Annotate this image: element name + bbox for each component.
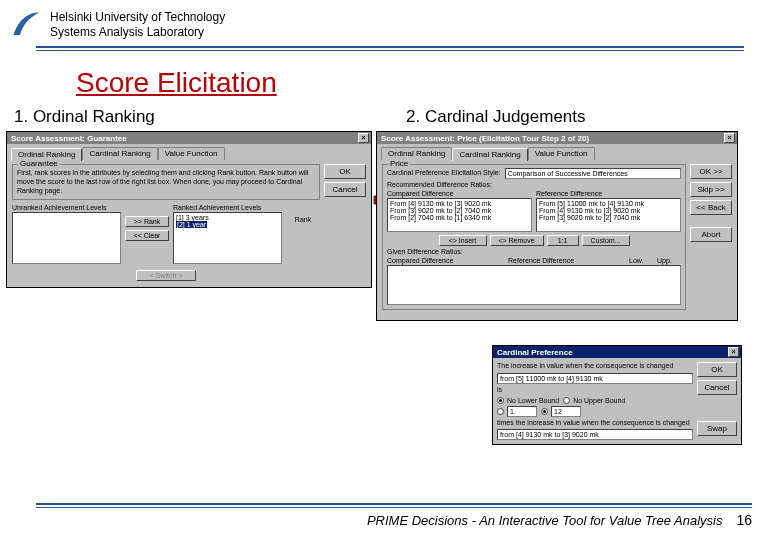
pref-swap-button[interactable]: Swap [697, 421, 737, 436]
dialog-cardinal: Score Assessment: Price (Elicitation Tou… [376, 131, 738, 321]
list-item: From [4] 9130 mk to [3] 9020 mk [390, 200, 529, 207]
list-item: From [4] 9130 mk to [3] 9020 mk [539, 207, 678, 214]
attr-name: Price [388, 159, 410, 168]
style-dropdown[interactable]: Comparison of Successive Differences [505, 168, 681, 179]
main-area: Score Assessment: Guarantee × Ordinal Ra… [0, 131, 780, 321]
given-list[interactable] [387, 265, 681, 305]
pref-q3: times the increase in value when the con… [497, 419, 693, 428]
pref-is: is [497, 386, 502, 393]
insert-button[interactable]: <> Insert [439, 235, 487, 246]
footer-rule [36, 503, 752, 508]
ok-next-button[interactable]: OK >> [690, 164, 732, 179]
institution-line1: Helsinki University of Technology [50, 10, 225, 25]
list-item: From [3] 9020 mk to [2] 7040 mk [539, 214, 678, 221]
footer-text: PRIME Decisions - An Interactive Tool fo… [36, 513, 736, 528]
rank-top-button[interactable]: >> Rank [125, 216, 169, 227]
col-compared: Compared Difference [387, 190, 532, 197]
subtitle-cardinal: 2. Cardinal Judgements [390, 107, 770, 127]
switch-button[interactable]: < Switch > [136, 270, 196, 281]
given-label: Given Difference Ratios: [387, 248, 681, 257]
skip-button[interactable]: Skip >> [690, 182, 732, 197]
tab-value-function[interactable]: Value Function [528, 147, 595, 160]
rank-hdr: Rank [286, 216, 320, 223]
price-group: Price Cardinal Preference Elicitation St… [382, 164, 686, 310]
page-title: Score Elicitation [76, 67, 780, 99]
dialog-preference: Cardinal Preference × The increase in va… [492, 345, 742, 445]
slide-header: Helsinki University of Technology System… [0, 0, 780, 40]
close-icon[interactable]: × [724, 133, 735, 143]
reference-list[interactable]: From [5] 11000 mk to [4] 9130 mk From [4… [536, 198, 681, 232]
slide-footer: PRIME Decisions - An Interactive Tool fo… [36, 503, 752, 528]
given-col2: Reference Difference [508, 257, 625, 264]
pref-f1: from [5] 11000 mk to [4] 9130 mk [497, 373, 693, 384]
pref-cancel-button[interactable]: Cancel [697, 380, 737, 395]
given-col1: Compared Difference [387, 257, 504, 264]
clear-button[interactable]: << Clear [125, 230, 169, 241]
given-col4: Upp. [657, 257, 681, 264]
col-right: Score Assessment: Price (Elicitation Tou… [376, 131, 774, 321]
list-item: From [5] 11000 mk to [4] 9130 mk [539, 200, 678, 207]
compared-list[interactable]: From [4] 9130 mk to [3] 9020 mk From [3]… [387, 198, 532, 232]
dialog-ordinal-title: Score Assessment: Guarantee [11, 134, 127, 143]
lower-value[interactable]: 1 [507, 406, 537, 417]
upper-value[interactable]: 12 [551, 406, 581, 417]
ranked-list[interactable]: [1] 3 years [2] 1 year [173, 212, 282, 264]
dialog2-tabs: Ordinal Ranking Cardinal Ranking Value F… [377, 144, 737, 160]
custom-button[interactable]: Custom... [582, 235, 630, 246]
list-item: From [3] 9020 mk to [2] 7040 mk [390, 207, 529, 214]
pref-f2: from [4] 9130 mk to [3] 9020 mk [497, 429, 693, 440]
back-button[interactable]: << Back [690, 200, 732, 215]
unranked-list[interactable] [12, 212, 121, 264]
dialog-cardinal-title: Score Assessment: Price (Elicitation Tou… [381, 134, 589, 143]
group-title: Guarantee [18, 159, 60, 168]
tab-value-function[interactable]: Value Function [158, 147, 225, 160]
radio-upper-value[interactable]: 12 [541, 406, 581, 417]
guarantee-group: Guarantee First, rank scores in the attr… [12, 164, 320, 200]
close-icon[interactable]: × [728, 347, 739, 357]
tab-cardinal-ranking[interactable]: Cardinal Ranking [82, 147, 157, 160]
list-item: From [2] 7040 mk to [1] 6340 mk [390, 214, 529, 221]
radio-lower-value[interactable]: 1 [497, 406, 537, 417]
pref-q1: The increase in value when the consequen… [497, 362, 693, 371]
institution-block: Helsinki University of Technology System… [50, 10, 225, 40]
header-rule [36, 46, 744, 51]
unranked-label: Unranked Achievement Levels [12, 204, 121, 211]
dialog1-side-buttons: OK Cancel [324, 164, 366, 281]
dialog2-side-buttons: OK >> Skip >> << Back Abort [690, 164, 732, 314]
abort-button[interactable]: Abort [690, 227, 732, 242]
rec-label: Recommended Difference Ratios: [387, 181, 681, 190]
given-col3: Low. [629, 257, 653, 264]
pref-ok-button[interactable]: OK [697, 362, 737, 377]
institution-line2: Systems Analysis Laboratory [50, 25, 225, 40]
list-item[interactable]: [2] 1 year [176, 221, 207, 228]
ranked-label: Ranked Achievement Levels [173, 204, 282, 211]
close-icon[interactable]: × [358, 133, 369, 143]
tab-cardinal-ranking[interactable]: Cardinal Ranking [452, 148, 527, 161]
page-number: 16 [736, 512, 752, 528]
feather-logo-icon [10, 11, 40, 39]
dialog-ordinal: Score Assessment: Guarantee × Ordinal Ra… [6, 131, 372, 288]
remove-button[interactable]: <> Remove [490, 235, 544, 246]
list-item[interactable]: [1] 3 years [176, 214, 279, 221]
subtitle-ordinal: 1. Ordinal Ranking [10, 107, 390, 127]
cancel-button[interactable]: Cancel [324, 182, 366, 197]
dialog-cardinal-titlebar[interactable]: Score Assessment: Price (Elicitation Tou… [377, 132, 737, 144]
dialog1-tabs: Ordinal Ranking Cardinal Ranking Value F… [7, 144, 371, 160]
dialog-preference-titlebar[interactable]: Cardinal Preference × [493, 346, 741, 358]
radio-no-lower[interactable]: No Lower Bound [497, 397, 559, 404]
radio-no-upper[interactable]: No Upper Bound [563, 397, 625, 404]
dialog-preference-title: Cardinal Preference [497, 348, 573, 357]
one-to-one-button[interactable]: 1:1 [547, 235, 579, 246]
dialog-ordinal-titlebar[interactable]: Score Assessment: Guarantee × [7, 132, 371, 144]
subtitles: 1. Ordinal Ranking 2. Cardinal Judgement… [0, 107, 780, 127]
col-reference: Reference Difference [536, 190, 681, 197]
style-label: Cardinal Preference Elicitation Style: [387, 169, 501, 178]
col-left: Score Assessment: Guarantee × Ordinal Ra… [6, 131, 376, 288]
dialog1-desc: First, rank scores in the attributes by … [17, 169, 315, 195]
ok-button[interactable]: OK [324, 164, 366, 179]
